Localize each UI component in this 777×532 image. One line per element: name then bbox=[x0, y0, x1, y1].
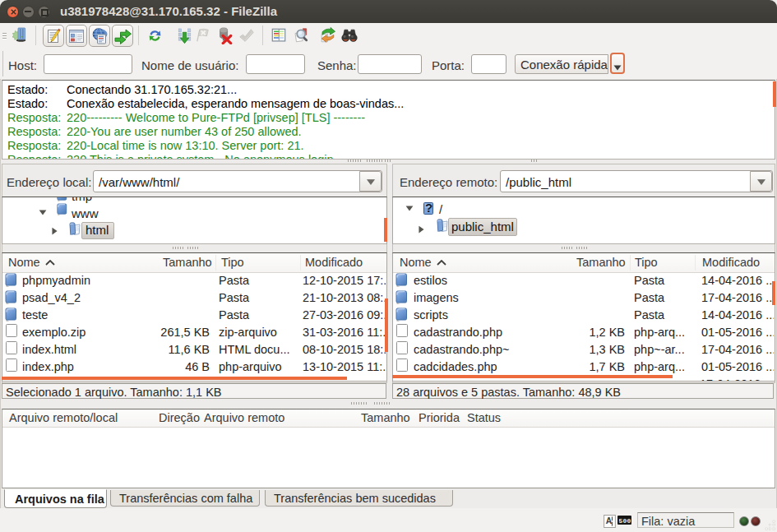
svg-text:A: A bbox=[606, 516, 613, 525]
